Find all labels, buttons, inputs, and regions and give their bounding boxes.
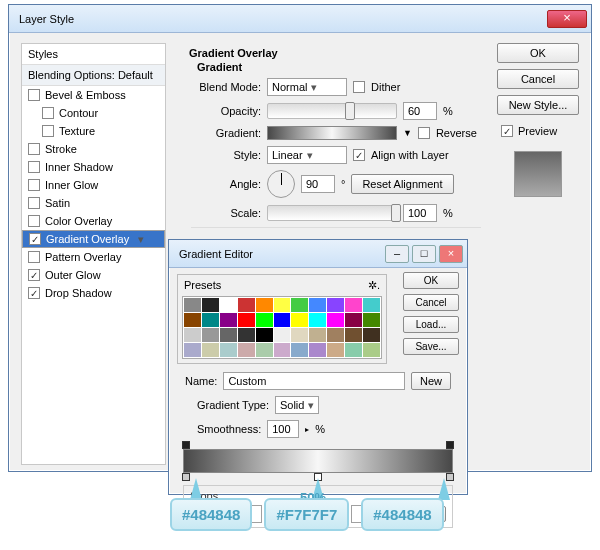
scale-slider[interactable] — [267, 205, 397, 221]
styles-header[interactable]: Styles — [22, 44, 165, 65]
style-checkbox[interactable] — [28, 251, 40, 263]
preset-swatch[interactable] — [256, 313, 273, 327]
preset-swatch[interactable] — [220, 313, 237, 327]
new-button[interactable]: New — [411, 372, 451, 390]
preset-swatch[interactable] — [345, 298, 362, 312]
style-item[interactable]: ✓Outer Glow — [22, 266, 165, 284]
smoothness-value[interactable]: 100 — [267, 420, 299, 438]
ge-ok-button[interactable]: OK — [403, 272, 459, 289]
preset-swatch[interactable] — [184, 313, 201, 327]
style-checkbox[interactable]: ✓ — [28, 269, 40, 281]
preset-swatch[interactable] — [363, 328, 380, 342]
style-item[interactable]: ✓Drop Shadow — [22, 284, 165, 302]
preset-swatch[interactable] — [309, 343, 326, 357]
preset-swatch[interactable] — [291, 328, 308, 342]
styles-subheader[interactable]: Blending Options: Default — [22, 65, 165, 86]
opacity-stop-right[interactable] — [446, 441, 454, 449]
preset-swatch[interactable] — [256, 328, 273, 342]
maximize-icon[interactable]: □ — [412, 245, 436, 263]
gear-icon[interactable]: ✲. — [368, 279, 380, 292]
style-item[interactable]: Texture — [22, 122, 165, 140]
ge-save-button[interactable]: Save... — [403, 338, 459, 355]
angle-dial[interactable] — [267, 170, 295, 198]
style-checkbox[interactable] — [42, 125, 54, 137]
preset-swatch[interactable] — [238, 298, 255, 312]
style-item[interactable]: ✓Gradient Overlay — [22, 230, 165, 248]
ge-cancel-button[interactable]: Cancel — [403, 294, 459, 311]
style-item[interactable]: Contour — [22, 104, 165, 122]
preset-swatch[interactable] — [291, 343, 308, 357]
style-checkbox[interactable] — [28, 89, 40, 101]
preset-swatch[interactable] — [363, 298, 380, 312]
style-checkbox[interactable] — [28, 161, 40, 173]
dither-checkbox[interactable] — [353, 81, 365, 93]
color-stop-left[interactable] — [182, 473, 190, 481]
preset-swatch[interactable] — [345, 328, 362, 342]
style-checkbox[interactable] — [28, 179, 40, 191]
preset-swatch[interactable] — [184, 298, 201, 312]
style-item[interactable]: Color Overlay — [22, 212, 165, 230]
new-style-button[interactable]: New Style... — [497, 95, 579, 115]
preset-swatch[interactable] — [327, 328, 344, 342]
style-checkbox[interactable]: ✓ — [28, 287, 40, 299]
style-item[interactable]: Inner Shadow — [22, 158, 165, 176]
ok-button[interactable]: OK — [497, 43, 579, 63]
preset-swatch[interactable] — [256, 343, 273, 357]
preset-swatch[interactable] — [274, 343, 291, 357]
preset-swatch[interactable] — [327, 343, 344, 357]
style-item[interactable]: Stroke — [22, 140, 165, 158]
style-select[interactable]: Linear — [267, 146, 347, 164]
ge-load-button[interactable]: Load... — [403, 316, 459, 333]
angle-value[interactable]: 90 — [301, 175, 335, 193]
preset-swatch[interactable] — [363, 313, 380, 327]
preset-swatch[interactable] — [238, 328, 255, 342]
preset-swatch[interactable] — [184, 343, 201, 357]
style-checkbox[interactable] — [42, 107, 54, 119]
style-item[interactable]: Satin — [22, 194, 165, 212]
preview-checkbox[interactable]: ✓ — [501, 125, 513, 137]
opacity-stop-left[interactable] — [182, 441, 190, 449]
gradient-type-select[interactable]: Solid — [275, 396, 319, 414]
preset-swatch[interactable] — [274, 313, 291, 327]
minimize-icon[interactable]: – — [385, 245, 409, 263]
style-checkbox[interactable]: ✓ — [29, 233, 41, 245]
preset-swatch[interactable] — [274, 328, 291, 342]
reverse-checkbox[interactable] — [418, 127, 430, 139]
preset-swatch[interactable] — [238, 313, 255, 327]
preset-swatch[interactable] — [345, 343, 362, 357]
style-item[interactable]: Bevel & Emboss — [22, 86, 165, 104]
preset-swatch[interactable] — [291, 313, 308, 327]
style-item[interactable]: Pattern Overlay — [22, 248, 165, 266]
preset-swatch[interactable] — [345, 313, 362, 327]
preset-swatch[interactable] — [291, 298, 308, 312]
preset-swatch[interactable] — [238, 343, 255, 357]
opacity-value[interactable]: 60 — [403, 102, 437, 120]
preset-swatch[interactable] — [202, 313, 219, 327]
scale-value[interactable]: 100 — [403, 204, 437, 222]
align-checkbox[interactable]: ✓ — [353, 149, 365, 161]
preset-swatch[interactable] — [220, 328, 237, 342]
gradient-bar[interactable] — [183, 449, 453, 473]
preset-swatch[interactable] — [327, 298, 344, 312]
style-checkbox[interactable] — [28, 143, 40, 155]
preset-swatch[interactable] — [309, 298, 326, 312]
preset-swatch[interactable] — [202, 343, 219, 357]
style-item[interactable]: Inner Glow — [22, 176, 165, 194]
blend-mode-select[interactable]: Normal — [267, 78, 347, 96]
preset-swatch[interactable] — [202, 298, 219, 312]
preset-swatch[interactable] — [274, 298, 291, 312]
close-icon[interactable]: × — [547, 10, 587, 28]
opacity-slider[interactable] — [267, 103, 397, 119]
preset-swatch[interactable] — [202, 328, 219, 342]
preset-swatch[interactable] — [309, 313, 326, 327]
preset-swatch[interactable] — [363, 343, 380, 357]
ge-close-icon[interactable]: × — [439, 245, 463, 263]
preset-swatch[interactable] — [327, 313, 344, 327]
preset-swatch[interactable] — [309, 328, 326, 342]
preset-swatch[interactable] — [220, 343, 237, 357]
cancel-button[interactable]: Cancel — [497, 69, 579, 89]
gradient-preview[interactable] — [267, 126, 397, 140]
style-checkbox[interactable] — [28, 197, 40, 209]
name-input[interactable]: Custom — [223, 372, 405, 390]
preset-swatch[interactable] — [256, 298, 273, 312]
